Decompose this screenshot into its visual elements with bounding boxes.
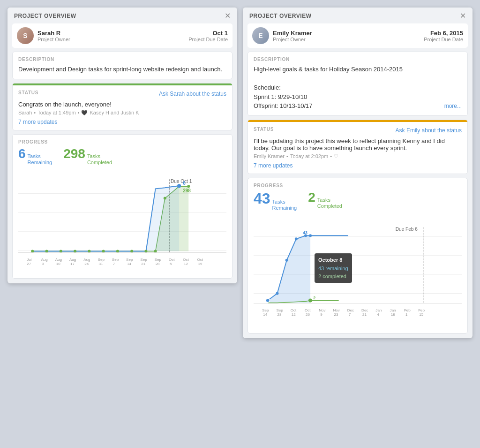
panel-1-completed-label: TasksCompleted [87,153,112,166]
panel-1-header: PROJECT OVERVIEW ✕ [8,8,237,23]
svg-text:Sep: Sep [140,258,147,262]
panel-2-status-text: I'll be updating this project this week … [254,137,462,152]
panel-2-chart-svg: Due Feb 6 [254,216,462,328]
panel-1-chart: Due Oct 1 [18,170,226,273]
panel-2-desc-more[interactable]: more... [444,103,462,109]
panel-1-more-updates[interactable]: 7 more updates [18,119,226,125]
panel-1-owner-name: Sarah R [38,30,70,37]
svg-text:Aug: Aug [69,258,76,262]
svg-text:Aug: Aug [41,258,47,262]
panel-1-status-meta: Sarah • Today at 1:49pm • 🖤 Kasey H and … [18,110,226,116]
panel-1-progress-stats: 6 TasksRemaining 298 TasksCompleted [18,147,226,166]
svg-text:298: 298 [183,188,191,193]
panel-1-owner-role: Project Owner [38,37,70,42]
svg-text:19: 19 [198,262,202,266]
panel-2-remaining-num: 43 [254,191,270,206]
svg-text:5: 5 [170,262,172,266]
panel-2-avatar: E [252,27,269,44]
svg-marker-57 [268,235,310,303]
svg-text:Sep: Sep [126,258,133,262]
panel-1-description-card: DESCRIPTION Development and Design tasks… [12,52,232,79]
svg-text:Oct: Oct [305,308,311,312]
svg-text:Dec: Dec [361,308,368,312]
panel-1-progress-label: PROGRESS [18,139,226,144]
svg-text:4: 4 [377,312,379,317]
svg-text:Nov: Nov [319,308,325,312]
panel-1-desc-label: DESCRIPTION [18,57,226,62]
svg-text:18: 18 [391,312,395,317]
panel-2-desc-text: High-level goals & tasks for Holiday Sea… [254,65,462,111]
svg-text:Aug: Aug [55,258,62,262]
svg-text:12: 12 [184,262,188,266]
panel-2-status-card: STATUS Ask Emily about the status I'll b… [248,120,468,174]
svg-text:Dec: Dec [347,308,354,312]
panel-2-ask-link[interactable]: Ask Emily about the status [396,127,462,134]
panel-1-status-card: STATUS Ask Sarah about the status Congra… [12,83,232,130]
panel-2-remaining-label: TasksRemaining [272,199,297,211]
svg-point-16 [144,250,147,252]
panel-2-close[interactable]: ✕ [460,12,466,20]
svg-text:Sep: Sep [276,308,283,312]
panel-2-due-date: Feb 6, 2015 [424,30,463,37]
svg-text:1: 1 [405,312,408,317]
svg-text:21: 21 [141,262,145,266]
svg-text:12: 12 [292,312,296,317]
svg-text:Sep: Sep [98,258,105,262]
svg-text:17: 17 [70,262,75,266]
panel-2-meta-time: Today at 2:02pm [290,153,328,159]
svg-text:Sep: Sep [112,258,119,262]
svg-point-14 [116,250,119,252]
svg-text:Oct: Oct [197,258,203,262]
svg-text:14: 14 [263,312,267,317]
panel-2-owner-name: Emily Kramer [273,30,312,37]
panel-2-desc-label: DESCRIPTION [254,57,462,62]
panel-2-progress-stats: 43 TasksRemaining 2 TasksCompleted [254,191,462,211]
panel-2-description-card: DESCRIPTION High-level goals & tasks for… [248,52,468,116]
svg-text:3: 3 [42,262,44,266]
panel-2-progress-card: PROGRESS 43 TasksRemaining 2 TasksComple… [248,178,468,334]
panel-1-due-date: Oct 1 [188,30,228,37]
svg-text:26: 26 [306,312,310,317]
svg-text:7: 7 [113,262,115,266]
svg-point-13 [102,250,105,252]
panel-2-header: PROJECT OVERVIEW ✕ [243,8,472,23]
panel-1-title: PROJECT OVERVIEW [14,13,76,19]
svg-point-8 [31,250,34,252]
panel-1-meta-likes: Kasey H and Justin K [90,110,139,115]
panel-1-completed-num: 298 [63,147,85,160]
panel-1-ask-link[interactable]: Ask Sarah about the status [159,91,226,97]
svg-point-9 [45,250,48,252]
svg-text:Oct: Oct [291,308,297,312]
svg-point-17 [154,250,157,252]
svg-text:Sep: Sep [262,308,269,312]
svg-text:27: 27 [27,262,31,266]
svg-point-15 [130,250,133,252]
panel-2-more-updates[interactable]: 7 more updates [254,162,462,169]
panel-1-avatar: S [17,27,34,44]
svg-text:Due Feb 6: Due Feb 6 [396,227,418,232]
svg-text:28: 28 [277,312,281,317]
panel-1-progress-card: PROGRESS 6 TasksRemaining 298 TasksCompl… [12,134,232,279]
panel-1-close[interactable]: ✕ [225,12,231,20]
panel-2-meta-author: Emily Kramer [254,153,285,159]
panel-1-status-label: STATUS [18,90,38,95]
svg-text:9: 9 [320,312,322,317]
svg-point-21 [177,184,181,188]
svg-text:Feb: Feb [404,308,411,312]
panel-1-owner-row: S Sarah R Project Owner Oct 1 Project Du… [12,23,232,48]
panel-2-completed-num: 2 [308,191,315,204]
svg-text:43: 43 [303,230,308,235]
svg-point-60 [285,259,288,262]
panel-1-meta-time: Today at 1:49pm [38,110,75,115]
svg-text:6: 6 [183,181,186,186]
svg-text:7: 7 [349,312,351,317]
svg-text:10: 10 [56,262,60,266]
svg-text:23: 23 [334,312,338,317]
panel-1-remaining-label: TasksRemaining [28,153,52,166]
panel-1-heart-icon: 🖤 [81,110,88,116]
svg-text:28: 28 [156,262,160,266]
panel-1: PROJECT OVERVIEW ✕ S Sarah R Project Own… [8,8,237,283]
panel-1-remaining-num: 6 [18,147,26,160]
panel-1-status-text: Congrats on the launch, everyone! [18,101,226,108]
svg-text:Due Oct 1: Due Oct 1 [171,179,192,184]
